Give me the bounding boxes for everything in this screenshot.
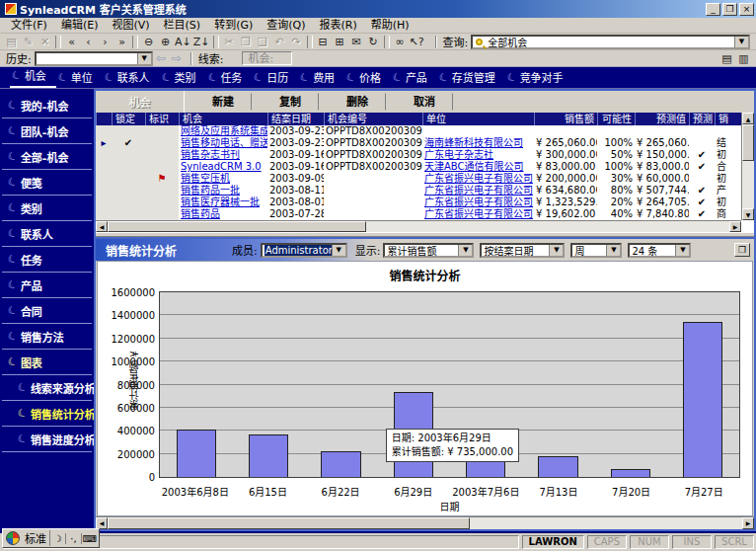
sidebar-item[interactable]: ☾ 销售方法 xyxy=(2,324,92,350)
module-tab[interactable]: ☾ 产品 xyxy=(391,67,437,88)
locked-cell[interactable] xyxy=(112,161,145,173)
toolbar-separator[interactable] xyxy=(55,36,61,48)
table-row[interactable]: 销售医疗器械一批 2003-08-01 广东省振兴电子有限公司 ¥ 1,323,… xyxy=(96,197,741,208)
chart-bar[interactable] xyxy=(321,451,360,477)
unit-link[interactable] xyxy=(422,125,534,137)
table-column-header[interactable]: 可能性 xyxy=(597,113,635,125)
opportunity-name-link[interactable]: SynleadCRM 3.0 xyxy=(179,161,267,173)
menu-item[interactable]: 栏目(S) xyxy=(157,18,208,33)
query-combobox[interactable]: 全部机会 ▼ xyxy=(471,35,750,49)
menu-item[interactable]: 视图(V) xyxy=(105,18,156,33)
scroll-up-arrow[interactable]: ▲ xyxy=(742,113,754,124)
menu-item[interactable]: 编辑(E) xyxy=(54,18,106,33)
unit-link[interactable]: 广东省振兴电子有限公司 xyxy=(422,208,534,220)
sidebar-item[interactable]: ☾ 合同 xyxy=(2,298,92,324)
sidebar-item[interactable]: ☾ 产品 xyxy=(2,273,92,298)
chart-bar[interactable] xyxy=(683,322,722,477)
opportunity-name-link[interactable]: 销售移动电话、赠送 xyxy=(179,137,267,149)
toolbar-separator[interactable] xyxy=(132,36,138,48)
table-row[interactable]: ▸ ✔ 销售移动电话、赠送 2003-09-23 OPPTD8X00200309… xyxy=(96,137,741,149)
scrollbar-thumb[interactable] xyxy=(742,124,754,161)
locked-cell[interactable] xyxy=(112,197,145,208)
table-column-header[interactable]: 预测值 xyxy=(635,113,689,125)
opportunity-action-button[interactable]: 新建 xyxy=(194,93,252,111)
print-icon[interactable]: ⊟ xyxy=(315,35,332,49)
ime-logo-icon[interactable] xyxy=(6,531,20,545)
opportunity-action-button[interactable]: 取消 xyxy=(396,93,453,111)
sidebar-item[interactable]: ☾ 团队-机会 xyxy=(2,118,92,144)
last-record-icon[interactable]: » xyxy=(113,35,130,49)
menu-item[interactable]: 查询(Q) xyxy=(260,18,312,33)
scrollbar-thumb[interactable] xyxy=(108,221,366,232)
count-dropdown-button[interactable]: ▼ xyxy=(675,245,689,256)
next-record-icon[interactable]: › xyxy=(97,35,113,49)
module-tab[interactable]: ☾ 费用 xyxy=(298,67,344,88)
table-row[interactable]: 销售药品一批 2003-08-11 广东省振兴电子有限公司 ¥ 634,680.… xyxy=(96,185,741,197)
opportunity-name-link[interactable]: 销售医疗器械一批 xyxy=(179,197,267,208)
ime-name-label[interactable]: 标准 xyxy=(22,530,50,546)
help-pointer-icon[interactable]: ↖? xyxy=(409,35,425,49)
display-combobox[interactable]: 累计销售额 ▼ xyxy=(383,243,474,258)
groupby-dropdown-button[interactable]: ▼ xyxy=(549,245,563,256)
scroll-right-arrow[interactable]: ▶ xyxy=(729,221,741,232)
locked-cell[interactable] xyxy=(112,149,145,161)
opportunity-name-link[interactable]: 销售药品 xyxy=(179,208,267,220)
opportunity-name-link[interactable]: 网络及应用系统集成 xyxy=(179,125,267,137)
period-combobox[interactable]: 周 ▼ xyxy=(570,243,622,258)
locked-cell[interactable] xyxy=(112,125,145,137)
scrollbar-thumb[interactable] xyxy=(108,517,470,529)
module-tab[interactable]: ☾ 日历 xyxy=(252,67,298,88)
sort-asc-icon[interactable]: A↓ xyxy=(174,35,192,49)
table-column-header[interactable]: 标识 xyxy=(145,113,179,125)
sidebar-item[interactable]: ☾ 全部-机会 xyxy=(2,144,92,170)
table-column-header[interactable]: 预测 xyxy=(689,113,715,125)
module-tab[interactable]: ☾ 联系人 xyxy=(103,67,160,88)
module-tab[interactable]: ☾ 存货管理 xyxy=(437,67,505,88)
display-dropdown-button[interactable]: ▼ xyxy=(458,245,472,256)
sidebar-item[interactable]: ☾ 销售进度分析 xyxy=(2,427,92,452)
opportunity-tab[interactable]: 机会 xyxy=(96,91,185,113)
query-dropdown-button[interactable]: ▼ xyxy=(734,37,748,47)
groupby-combobox[interactable]: 按结案日期 ▼ xyxy=(480,243,565,258)
table-column-header[interactable]: 机会 xyxy=(179,113,267,125)
table-column-header[interactable]: 单位 xyxy=(422,113,534,125)
opportunity-name-link[interactable]: 销售杂志书刊 xyxy=(179,149,267,161)
sort-desc-icon[interactable]: Z↓ xyxy=(192,35,211,49)
maximize-button[interactable]: ❐ xyxy=(722,3,737,16)
locked-cell[interactable]: ✔ xyxy=(112,137,145,149)
unit-link[interactable]: 天津ABC通信有限公司 xyxy=(422,161,534,173)
ime-toolbar[interactable]: 标准 ☽ ·, ⌨ xyxy=(2,528,100,548)
toolbar-separator[interactable] xyxy=(384,36,390,48)
table-column-header[interactable]: 销 xyxy=(715,113,741,125)
menu-item[interactable]: 帮助(H) xyxy=(364,18,416,33)
first-record-icon[interactable]: « xyxy=(63,35,80,49)
chart-bar[interactable] xyxy=(611,469,650,477)
delete-record-icon[interactable]: ✕ xyxy=(37,35,53,49)
mail-icon[interactable]: ✉ xyxy=(348,35,365,49)
menu-item[interactable]: 报表(R) xyxy=(313,18,364,33)
count-combobox[interactable]: 24 条 ▼ xyxy=(628,243,691,258)
opportunity-name-link[interactable]: 销售药品一批 xyxy=(179,185,267,197)
table-row[interactable]: 销售杂志书刊 2003-09-16 OPPTD8X0020030916001 广… xyxy=(96,149,741,161)
module-tab[interactable]: ☾ 机会 xyxy=(10,65,56,88)
find-icon[interactable]: ∞ xyxy=(392,35,409,49)
scroll-right-arrow[interactable]: ▶ xyxy=(742,517,754,529)
new-record-icon[interactable]: ▤ xyxy=(3,35,20,49)
refresh-icon[interactable]: ↻ xyxy=(365,35,382,49)
report2-icon[interactable]: ▥ xyxy=(735,51,752,66)
history-dropdown-button[interactable]: ▼ xyxy=(137,53,151,64)
back-arrow-icon[interactable]: ⇦ xyxy=(156,51,166,65)
sidebar-item[interactable]: ☾ 联系人 xyxy=(2,221,92,247)
table-row[interactable]: SynleadCRM 3.0 2003-09-16 OPPTD8X0020030… xyxy=(96,161,741,173)
edit-record-icon[interactable]: ✎ xyxy=(20,35,37,49)
copy-icon[interactable]: ❐ xyxy=(238,35,255,49)
locked-cell[interactable] xyxy=(112,173,145,185)
member-dropdown-button[interactable]: ▼ xyxy=(332,245,345,256)
unit-link[interactable]: 广东省振兴电子有限公司 xyxy=(422,173,534,185)
redo-icon[interactable]: ↷ xyxy=(288,35,305,49)
zoom-out-icon[interactable]: ⊖ xyxy=(140,35,157,49)
unit-link[interactable]: 广东省振兴电子有限公司 xyxy=(422,197,534,208)
member-combobox[interactable]: Administrator ▼ xyxy=(261,243,347,258)
locked-cell[interactable] xyxy=(112,208,145,220)
table-vertical-scrollbar[interactable]: ▲ ▼ xyxy=(741,113,754,220)
